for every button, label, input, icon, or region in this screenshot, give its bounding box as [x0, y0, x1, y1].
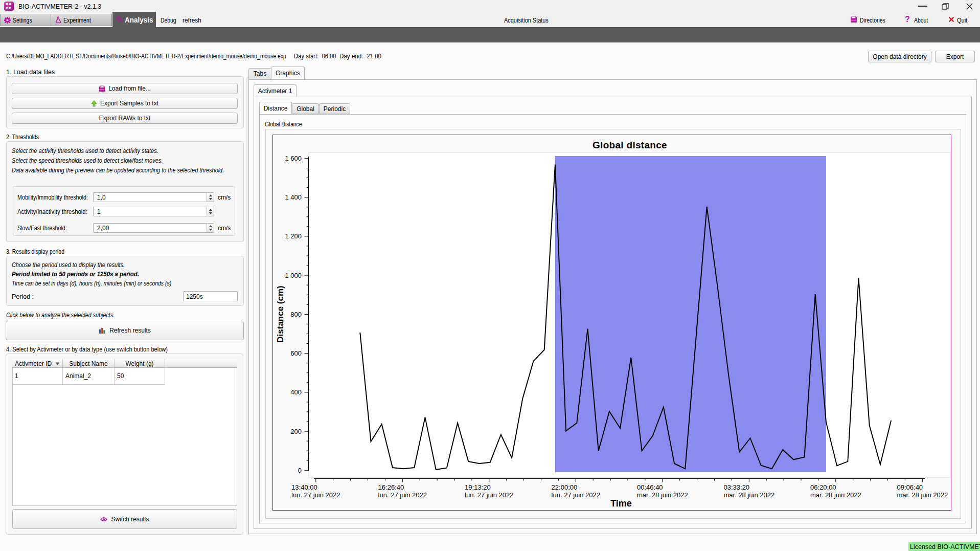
- svg-text:400: 400: [290, 388, 302, 396]
- svg-text:1 200: 1 200: [285, 232, 302, 240]
- svg-text:Time: Time: [610, 498, 632, 509]
- svg-text:200: 200: [290, 428, 302, 435]
- svg-text:00:46:40: 00:46:40: [637, 483, 663, 491]
- svg-text:800: 800: [290, 311, 302, 318]
- svg-text:lun. 27 juin 2022: lun. 27 juin 2022: [465, 491, 513, 499]
- svg-text:0: 0: [298, 467, 302, 474]
- svg-text:mar. 28 juin 2022: mar. 28 juin 2022: [637, 491, 688, 499]
- svg-text:16:26:40: 16:26:40: [378, 483, 404, 491]
- svg-text:03:33:20: 03:33:20: [724, 483, 750, 491]
- svg-text:06:20:00: 06:20:00: [810, 483, 836, 491]
- svg-text:lun. 27 juin 2022: lun. 27 juin 2022: [378, 491, 427, 499]
- svg-text:mar. 28 juin 2022: mar. 28 juin 2022: [724, 491, 775, 499]
- svg-text:13:40:00: 13:40:00: [291, 483, 317, 491]
- svg-text:mar. 28 juin 2022: mar. 28 juin 2022: [810, 491, 861, 499]
- svg-text:600: 600: [290, 349, 302, 357]
- svg-text:Distance (cm): Distance (cm): [276, 285, 285, 342]
- svg-text:1 400: 1 400: [285, 193, 302, 201]
- svg-text:1 000: 1 000: [285, 272, 302, 279]
- svg-text:22:00:00: 22:00:00: [552, 483, 578, 491]
- svg-text:1 600: 1 600: [285, 155, 302, 162]
- svg-text:lun. 27 juin 2022: lun. 27 juin 2022: [291, 491, 340, 499]
- svg-text:19:13:20: 19:13:20: [465, 483, 491, 491]
- svg-text:lun. 27 juin 2022: lun. 27 juin 2022: [552, 491, 600, 499]
- svg-text:09:06:40: 09:06:40: [897, 483, 923, 491]
- svg-text:Global distance: Global distance: [592, 140, 667, 150]
- svg-text:mar. 28 juin 2022: mar. 28 juin 2022: [897, 491, 948, 499]
